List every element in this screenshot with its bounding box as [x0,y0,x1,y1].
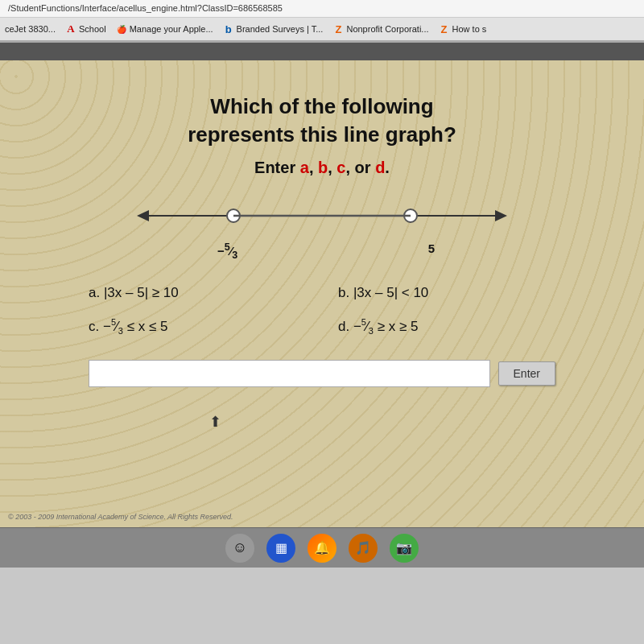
bookmark-cejet-label: ceJet 3830... [5,24,56,34]
question-title: Which of the following represents this l… [48,93,596,149]
bookmark-nonprofit-label: Nonprofit Corporati... [346,24,428,34]
dock2-icon: 🔔 [314,540,330,555]
taskbar-icon-dock1[interactable]: ▦ [266,534,295,563]
instruction-c: c [336,159,345,176]
dark-band [0,43,644,60]
answer-input[interactable] [89,360,490,387]
bookmark-apple-icon: 🍎 [116,23,127,35]
number-line-labels: −5⁄3 5 [121,242,523,261]
instruction-sep1: , [309,159,318,176]
question-instruction: Enter a, b, c, or d. [48,159,596,177]
number-line-container: −5⁄3 5 [48,200,596,261]
enter-button[interactable]: Enter [498,361,555,386]
svg-marker-1 [137,210,149,221]
bookmark-branded-icon: b [223,23,234,35]
url-bar: /StudentFunctions/Interface/acellus_engi… [0,0,644,18]
footer-copyright: © 2003 - 2009 International Academy of S… [8,513,233,521]
answer-c: c. −5⁄3 ≤ x ≤ 5 [89,317,306,336]
instruction-d: d [375,159,385,176]
taskbar-icon-finder[interactable]: ☺ [225,534,254,563]
answer-d: d. −5⁄3 ≥ x ≥ 5 [338,317,555,336]
bookmark-cejet[interactable]: ceJet 3830... [5,24,56,34]
bookmark-school[interactable]: A School [65,23,106,35]
finder-icon: ☺ [233,539,247,556]
taskbar-icon-dock3[interactable]: 🎵 [349,534,378,563]
bookmark-howto-icon: Z [439,23,450,35]
bookmark-howto-label: How to s [452,24,487,34]
bookmark-branded-label: Branded Surveys | T... [237,24,324,34]
content-area: Which of the following represents this l… [0,60,644,527]
instruction-a: a [300,159,309,176]
bookmark-nonprofit[interactable]: Z Nonprofit Corporati... [332,23,428,35]
dock4-icon: 📷 [396,540,412,555]
number-line-svg [121,200,523,240]
answers-grid: a. |3x – 5| ≥ 10 b. |3x – 5| < 10 c. −5⁄… [89,285,555,336]
bookmark-howto[interactable]: Z How to s [439,23,487,35]
copyright-text: © 2003 - 2009 International Academy of S… [8,513,233,521]
bookmarks-bar: ceJet 3830... A School 🍎 Manage your App… [0,18,644,42]
instruction-sep2: , [328,159,336,176]
taskbar: ☺ ▦ 🔔 🎵 📷 [0,527,644,568]
bookmark-nonprofit-icon: Z [332,23,344,35]
number-line-label-right: 5 [428,242,435,261]
bookmark-branded[interactable]: b Branded Surveys | T... [223,23,324,35]
dock3-icon: 🎵 [355,540,371,555]
taskbar-icon-dock2[interactable]: 🔔 [308,534,336,563]
bookmark-school-icon: A [65,23,76,35]
question-title-line2: represents this line graph? [188,122,456,147]
question-title-line1: Which of the following [210,94,433,118]
instruction-sep3: , or [345,159,375,176]
input-row: Enter [89,360,555,387]
bookmark-apple-label: Manage your Apple... [130,24,213,34]
bookmark-school-label: School [79,24,106,34]
cursor-area: ⬆ [209,413,221,431]
answer-b: b. |3x – 5| < 10 [338,285,555,301]
url-text: /StudentFunctions/Interface/acellus_engi… [8,3,283,13]
instruction-b: b [318,159,328,176]
svg-marker-2 [495,210,507,221]
browser-chrome: /StudentFunctions/Interface/acellus_engi… [0,0,644,43]
number-line-label-left: −5⁄3 [217,242,237,261]
taskbar-icon-dock4[interactable]: 📷 [390,534,419,563]
bookmark-apple[interactable]: 🍎 Manage your Apple... [116,23,213,35]
instruction-suffix: . [385,159,390,176]
instruction-prefix: Enter [254,159,300,176]
answer-a: a. |3x – 5| ≥ 10 [89,285,306,301]
dock1-icon: ▦ [275,540,287,555]
